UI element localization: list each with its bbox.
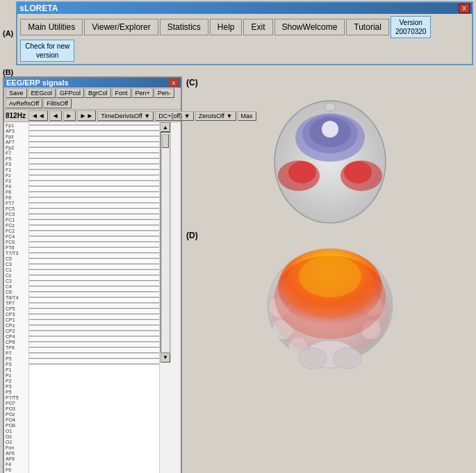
channel-name: FT8 [4,245,28,251]
svg-point-93 [322,121,338,138]
freq-display: 812Hz [6,112,26,119]
save-button[interactable]: Save [6,88,27,98]
panel-b-title: EEG/ERP signals [6,78,69,87]
channel-name: FC5 [4,206,28,212]
nav-right-btn[interactable]: ► [63,110,76,121]
channel-name: FC2 [4,229,28,234]
channel-name: FC3 [4,212,28,217]
channel-name: CP4 [4,334,28,340]
panel-c-label: (C) [186,78,198,88]
channel-name: Pz [4,373,28,379]
menu-tutorial[interactable]: Tutorial [346,19,389,35]
v-scrollbar-area: ▲ ▼ Number of signals displayed [160,122,181,473]
channel-name: P2 [4,379,28,384]
scroll-thumb[interactable] [162,134,169,148]
channel-name: P1 [4,367,28,373]
scroll-track [161,132,170,353]
channel-name: Cz [4,273,28,279]
svg-point-108 [334,348,361,369]
channel-name: F3 [4,162,28,167]
channel-name: FC1 [4,217,28,223]
main-close-button[interactable]: X [459,3,470,13]
channel-name: CP5 [4,306,28,312]
bgcolor-button[interactable]: BgrCol [85,88,111,98]
channel-name: FT7 [4,201,28,206]
channel-list: Fp1 AF3 Fpz AF7 Fp2 F7 F5 F3 F1 Fz F2 F4… [4,122,29,473]
svg-point-97 [344,161,372,183]
menu-check-version[interactable]: Check for newversion [20,40,74,62]
menu-statistics[interactable]: Statistics [160,19,208,35]
channel-name: P7/T5 [4,395,28,401]
channel-name: P5 [4,356,28,362]
channel-name: F5 [4,156,28,162]
channel-name: Fp1 [4,123,28,128]
menu-main-utilities[interactable]: Main Utilities [20,19,83,35]
signal-display-area: Fp1 AF3 Fpz AF7 Fp2 F7 F5 F3 F1 Fz F2 F4… [4,122,181,473]
channel-name: C2 [4,279,28,284]
app-title: sLORETA [19,3,58,13]
channel-name: F4 [4,462,28,467]
nav-back-btn[interactable]: ◄◄ [28,110,48,121]
eegcol-button[interactable]: EEGcol [28,88,56,98]
time-deriv-btn[interactable]: TimeDerivIsOff ▼ [97,111,154,121]
channel-name: Fp2 [4,145,28,151]
channel-name: FC4 [4,234,28,240]
nav-left-btn[interactable]: ◄ [49,110,62,121]
channel-name: C5 [4,256,28,262]
section-b-label: (B) [3,68,182,76]
channel-name: Fz [4,173,28,179]
scroll-down-button[interactable]: ▼ [161,353,170,363]
avref-button[interactable]: AvRefIsOff [6,99,42,108]
channel-name: AF3 [4,128,28,134]
font-button[interactable]: Font [112,88,131,98]
svg-point-107 [299,348,327,369]
channel-name: PO8 [4,423,28,429]
channel-name: T8/T4 [4,295,28,301]
pen-plus-button[interactable]: Pen+ [132,88,154,98]
channel-name: C6 [4,290,28,295]
svg-point-95 [288,161,316,183]
channel-name: CP2 [4,329,28,334]
channel-name: F6 [4,190,28,195]
menu-show-welcome[interactable]: ShowWelcome [274,19,345,35]
channel-name: TP8 [4,345,28,351]
nav-forward-btn[interactable]: ►► [77,110,97,121]
panel-d: (D) [186,231,473,374]
channel-name: Oz [4,434,28,440]
channel-name: C4 [4,284,28,290]
menu-version: Version 20070320 [391,16,432,38]
filt-button[interactable]: FiltIsOff [43,99,72,108]
v-scrollbar[interactable]: ▲ ▼ [160,122,171,363]
main-window: sLORETA X Main Utilities Viewer/Explorer… [16,1,473,65]
channel-name: PO3 [4,406,28,412]
right-panels: (C) [186,68,473,473]
signals-displayed-label-container: Number of signals displayed [160,363,170,474]
panel-d-label: (D) [186,231,198,240]
channel-name: AF8 [4,456,28,462]
panel-b-close-button[interactable]: X [169,78,179,87]
pen-minus-button[interactable]: Pen- [154,88,174,98]
channel-name: POz [4,412,28,417]
channel-name: F7 [4,151,28,156]
panel-c: (C) [186,78,473,228]
channel-name: AF6 [4,451,28,456]
channel-name: T7/T3 [4,251,28,256]
menu-exit[interactable]: Exit [243,19,272,35]
channel-name: F2 [4,179,28,184]
channel-name: F4 [4,184,28,190]
channel-name: F8 [4,195,28,201]
scroll-up-button[interactable]: ▲ [161,122,170,132]
channel-name: P7 [4,351,28,356]
section-a-label: (A) [3,29,13,38]
channel-name: O2 [4,440,28,445]
menu-help[interactable]: Help [210,19,243,35]
panel-b-section: (B) EEG/ERP signals X Save EEGcol GFPcol… [3,68,182,473]
channel-name: PO4 [4,417,28,423]
channel-name: TP7 [4,301,28,306]
gfpcol-button[interactable]: GFPcol [56,88,84,98]
channel-name: O1 [4,429,28,434]
menu-viewer-explorer[interactable]: Viewer/Explorer [84,19,158,35]
channel-name: P5 [4,390,28,395]
channel-name: C3 [4,262,28,267]
channel-name: FC6 [4,240,28,245]
